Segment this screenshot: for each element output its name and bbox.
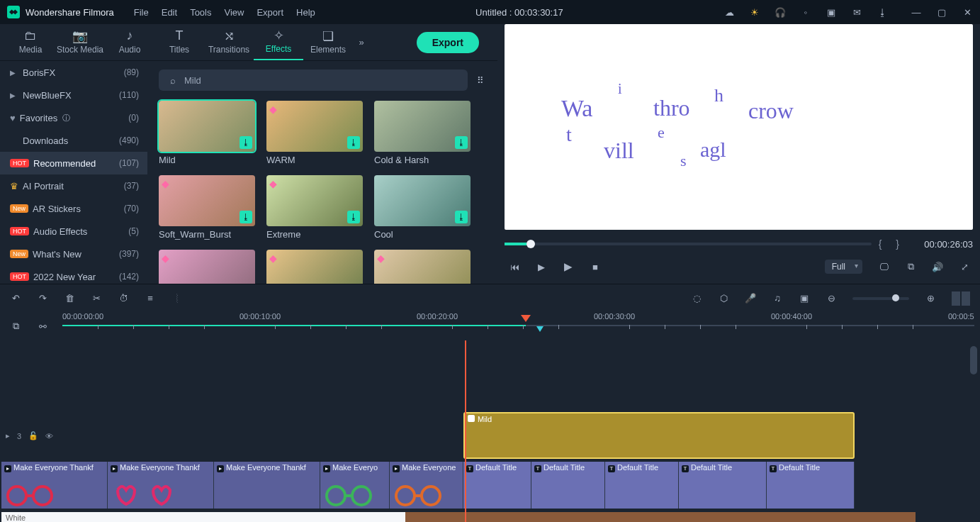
preview-quality-select[interactable]: Full <box>825 260 862 274</box>
zoom-slider[interactable] <box>852 297 909 300</box>
sidebar-item-audio-effects[interactable]: HOTAudio Effects(5) <box>0 220 147 243</box>
download-icon[interactable]: ⭳ <box>240 211 252 223</box>
effect-thumb[interactable]: ◆⭳ <box>266 250 363 284</box>
volume-icon[interactable]: 🔊 <box>932 261 943 272</box>
tab-transitions[interactable]: ⤭Transitions <box>204 24 254 60</box>
mark-in-out-icon[interactable]: { } <box>879 238 905 250</box>
video-clip[interactable]: ▸Make Everyo <box>320 462 390 509</box>
sidebar-item-newbluefx[interactable]: ▶NewBlueFX(110) <box>0 84 147 106</box>
menu-file[interactable]: File <box>134 7 149 18</box>
zoom-in-icon[interactable]: ⊕ <box>925 293 936 304</box>
marker-icon[interactable]: ⬡ <box>718 293 729 304</box>
split-icon[interactable]: ✂ <box>91 293 102 304</box>
tab-effects[interactable]: ✧Effects <box>254 24 303 60</box>
effect-thumb[interactable]: ◆⭳ <box>374 250 471 284</box>
menu-export[interactable]: Export <box>257 7 283 18</box>
cloud-icon[interactable]: ☁ <box>723 6 735 18</box>
adjust-icon[interactable]: ≡ <box>145 293 156 304</box>
menu-tools[interactable]: Tools <box>190 7 211 18</box>
tab-audio[interactable]: ♪Audio <box>105 24 154 60</box>
menu-help[interactable]: Help <box>296 7 315 18</box>
title-clip[interactable]: TDefault Title <box>531 462 605 509</box>
timeline-layout-icon[interactable] <box>952 291 970 306</box>
tab-media[interactable]: 🗀Media <box>6 24 55 60</box>
video-clip[interactable]: ▸Make Everyone <box>390 462 463 509</box>
stop-icon[interactable]: ■ <box>590 261 601 272</box>
audio-wave-icon[interactable]: ⦚ <box>171 293 183 304</box>
sidebar-item-downloads[interactable]: Downloads(490) <box>0 129 147 152</box>
effect-thumb[interactable]: ⭳Cold & Harsh <box>374 101 471 165</box>
step-back-icon[interactable]: ⏮ <box>509 261 520 272</box>
menu-edit[interactable]: Edit <box>162 7 177 18</box>
scrubber-handle[interactable] <box>526 240 535 248</box>
effect-clip[interactable]: Mild <box>463 412 855 459</box>
mail-icon[interactable]: ✉ <box>851 6 862 18</box>
effect-thumb[interactable]: ◆⭳Soft_Warm_Burst <box>159 175 255 240</box>
download-icon[interactable]: ⭳ <box>455 211 468 223</box>
playhead-line[interactable] <box>465 340 466 522</box>
sidebar-item-favorites[interactable]: ♥Favorites ⓘ(0) <box>0 106 147 129</box>
download-icon[interactable]: ⭳ <box>347 136 360 149</box>
save-icon[interactable]: ▣ <box>826 6 837 18</box>
tab-stock-media[interactable]: 📷Stock Media <box>55 24 105 60</box>
effect-thumb[interactable]: ◆⭳ <box>159 250 255 284</box>
timeline-ruler[interactable]: 00:00:00:0000:00:10:0000:00:20:0000:00:3… <box>51 312 980 340</box>
grid-view-icon[interactable]: ⠿ <box>475 74 486 86</box>
picture-icon[interactable]: ▣ <box>799 293 810 304</box>
export-button[interactable]: Export <box>417 32 479 53</box>
undo-icon[interactable]: ↶ <box>10 293 21 304</box>
playhead-marker[interactable] <box>521 315 531 322</box>
zoom-handle[interactable] <box>892 294 899 301</box>
zoom-out-icon[interactable]: ⊖ <box>826 293 837 304</box>
sidebar-item-ar-stickers[interactable]: NewAR Stickers(70) <box>0 197 147 220</box>
preview-scrubber[interactable] <box>505 243 872 245</box>
title-clip[interactable]: TDefault Title <box>767 462 855 509</box>
sidebar-item-ai-portrait[interactable]: ♛AI Portrait(37) <box>0 174 147 197</box>
redo-icon[interactable]: ↷ <box>37 293 48 304</box>
effect-thumb[interactable]: ◆⭳Extreme <box>266 175 363 240</box>
tabs-overflow-icon[interactable]: » <box>356 37 367 48</box>
account-icon[interactable]: ◦ <box>800 6 811 18</box>
video-clip[interactable]: ▸Make Everyone Thankf <box>1 462 108 509</box>
sidebar-item-what's-new[interactable]: NewWhat's New(397) <box>0 243 147 265</box>
headphones-icon[interactable]: 🎧 <box>775 6 786 18</box>
track-manage-icon[interactable]: ⧉ <box>10 321 21 332</box>
search-input[interactable]: ⌕ Mild <box>159 70 468 91</box>
effect-thumb[interactable]: ⭳Cool <box>374 175 471 240</box>
audio-clip[interactable]: White <box>1 512 405 522</box>
voiceover-icon[interactable]: 🎤 <box>745 293 756 304</box>
sidebar-item-2022-new-year[interactable]: HOT2022 New Year(142) <box>0 265 147 284</box>
video-clip[interactable]: ▸Make Everyone Thankf <box>214 462 320 509</box>
tab-titles[interactable]: TTitles <box>154 24 204 60</box>
title-clip[interactable]: TDefault Title <box>679 462 767 509</box>
render-icon[interactable]: ◌ <box>691 293 702 304</box>
maximize-icon[interactable]: ▢ <box>936 6 947 18</box>
close-icon[interactable]: ✕ <box>962 6 973 18</box>
snapshot-icon[interactable]: ⧉ <box>905 261 916 272</box>
sidebar-item-borisfx[interactable]: ▶BorisFX(89) <box>0 61 147 84</box>
effect-thumb[interactable]: ⭳Mild <box>159 101 255 165</box>
sun-icon[interactable]: ☀ <box>749 6 760 18</box>
title-clip[interactable]: TDefault Title <box>605 462 679 509</box>
preview-monitor-icon[interactable]: 🖵 <box>878 261 889 272</box>
timeline-vscroll[interactable] <box>970 343 977 516</box>
link-icon[interactable]: ⚯ <box>37 321 48 332</box>
aux-marker[interactable] <box>536 326 543 332</box>
music-track-icon[interactable]: ♫ <box>772 293 783 304</box>
speed-icon[interactable]: ⏱ <box>118 293 129 304</box>
tab-elements[interactable]: ❏Elements <box>303 24 353 60</box>
menu-view[interactable]: View <box>224 7 244 18</box>
audio-clip[interactable] <box>405 512 916 522</box>
download-icon[interactable]: ⭳ <box>877 6 888 18</box>
title-clip[interactable]: TDefault Title <box>463 462 531 509</box>
download-icon[interactable]: ⭳ <box>240 136 252 149</box>
download-icon[interactable]: ⭳ <box>455 136 468 149</box>
play-back-icon[interactable]: ▶ <box>536 261 547 272</box>
download-icon[interactable]: ⭳ <box>347 211 360 223</box>
effect-thumb[interactable]: ◆⭳WARM <box>266 101 363 165</box>
preview-monitor[interactable]: Wativillthroesaglhcrow <box>505 24 973 230</box>
delete-icon[interactable]: 🗑 <box>64 293 75 304</box>
fullscreen-icon[interactable]: ⤢ <box>959 261 970 272</box>
minimize-icon[interactable]: — <box>911 6 922 18</box>
video-clip[interactable]: ▸Make Everyone Thankf <box>108 462 214 509</box>
